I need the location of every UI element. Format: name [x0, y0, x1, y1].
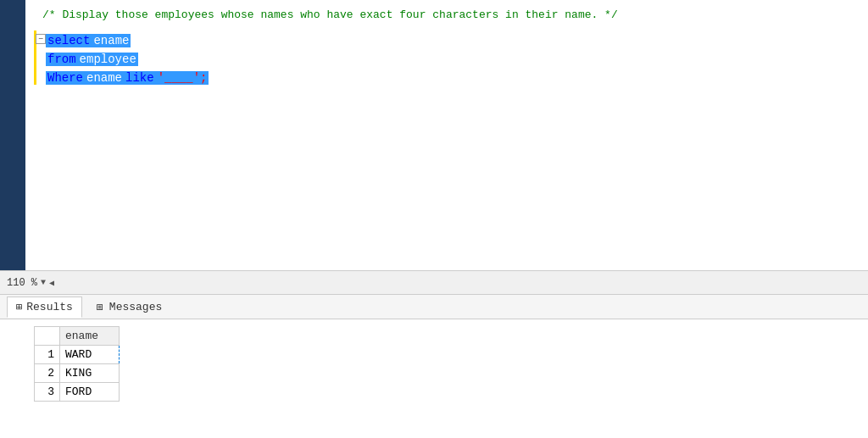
tab-messages[interactable]: 🗉 Messages [86, 297, 171, 318]
results-area: ename 1WARD2KING3FORD [0, 319, 868, 438]
like-keyword: like [124, 71, 156, 85]
comment-text: /* Display those employees whose names w… [42, 8, 618, 21]
cell-ename[interactable]: KING [60, 364, 120, 383]
left-sidebar [0, 0, 25, 270]
table-row: 1WARD [35, 346, 120, 364]
employee-text: employee [78, 53, 138, 66]
tab-results[interactable]: ⊞ Results [7, 297, 82, 318]
scroll-left-icon[interactable]: ◀ [49, 278, 54, 288]
like-string: '____'; [156, 71, 209, 85]
editor-area: /* Display those employees whose names w… [0, 0, 868, 270]
ename-text-1: ename [92, 34, 131, 47]
results-table: ename 1WARD2KING3FORD [34, 326, 120, 402]
zoom-dropdown[interactable]: ▼ [41, 278, 46, 287]
ename-text-2: ename [85, 71, 124, 85]
from-keyword: from [46, 53, 78, 66]
zoom-bar: 110 % ▼ ◀ [0, 270, 868, 294]
tab-messages-label: Messages [109, 301, 162, 313]
grid-icon: ⊞ [16, 301, 22, 313]
collapse-icon[interactable]: − [36, 34, 46, 44]
code-block: − select ename from employee [34, 31, 868, 87]
row-number: 3 [35, 383, 60, 402]
zoom-value: 110 % [7, 277, 37, 289]
message-icon: 🗉 [95, 301, 105, 313]
select-keyword: select [46, 34, 92, 47]
editor-content: /* Display those employees whose names w… [25, 0, 868, 270]
table-row: 2KING [35, 364, 120, 383]
tabs-bar: ⊞ Results 🗉 Messages [0, 294, 868, 319]
table-row: 3FORD [35, 383, 120, 402]
cell-ename[interactable]: WARD [60, 346, 120, 364]
where-keyword: Where [46, 71, 85, 85]
code-line-2: from employee [46, 50, 868, 69]
code-line-3: Where ename like '____'; [46, 69, 868, 87]
row-num-header [35, 327, 60, 346]
row-number: 1 [35, 346, 60, 364]
code-line-1: − select ename [46, 31, 868, 50]
comment-line: /* Display those employees whose names w… [34, 8, 868, 21]
row-number: 2 [35, 364, 60, 383]
tab-results-label: Results [26, 301, 73, 313]
cell-ename[interactable]: FORD [60, 383, 120, 402]
col-header-ename: ename [60, 327, 120, 346]
